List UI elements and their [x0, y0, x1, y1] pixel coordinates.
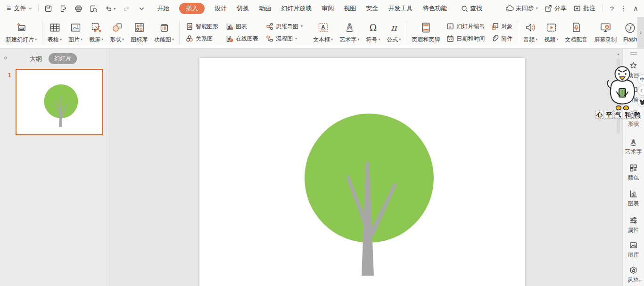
function-chart-button[interactable]: 功能图▾ [151, 20, 177, 46]
save-icon[interactable] [44, 5, 52, 13]
picture-button[interactable]: 图片▾ [66, 20, 85, 46]
sidebar-item-properties[interactable]: 属性 [628, 216, 639, 234]
textbox-icon: A [317, 22, 329, 33]
sidebar-item-gallery[interactable]: 图库 [628, 241, 639, 259]
help-button[interactable]: ? [610, 5, 614, 13]
caret-icon: ▾ [122, 38, 124, 41]
tab-view[interactable]: 视图 [344, 4, 356, 13]
sidebar-more-button[interactable]: ▼ [627, 279, 630, 282]
object-button[interactable]: 对象 [491, 23, 512, 31]
icon-library-button[interactable]: 图标库 [128, 20, 150, 46]
hyperlink-icon [623, 22, 635, 33]
tab-home[interactable]: 开始 [157, 4, 169, 13]
sidebar-item-wordart[interactable]: A 艺术字 [625, 138, 642, 156]
shapes-button[interactable]: 形状▾ [107, 20, 127, 46]
search-button[interactable]: 查找 [461, 4, 482, 13]
hamburger-menu-icon[interactable]: ≡ [7, 4, 11, 13]
ribbon-divider [179, 21, 180, 44]
chart-button[interactable]: 图表 [226, 23, 258, 31]
new-slide-button[interactable]: 新建幻灯片▾ [3, 20, 40, 46]
ribbon-group-new-slide: 新建幻灯片▾ [3, 20, 40, 46]
table-label: 表格 [48, 36, 59, 44]
edge-button-moon-icon[interactable]: ☾ [637, 86, 644, 96]
share-button[interactable]: 分享 [544, 4, 567, 13]
caption-char: 气 [614, 111, 622, 119]
undo-icon[interactable] [105, 5, 113, 13]
comment-button[interactable]: 批注 [573, 4, 595, 13]
video-button[interactable]: 视频▾ [541, 20, 561, 46]
thumbnail-tree-graphic [17, 70, 102, 134]
tab-security[interactable]: 安全 [366, 4, 378, 13]
tab-outline[interactable]: 大纲 [30, 55, 42, 63]
object-label: 对象 [501, 23, 512, 31]
relation-diagram-button[interactable]: 关系图 [186, 35, 218, 43]
caption-char: 心 [595, 111, 603, 119]
slide-canvas[interactable] [199, 58, 525, 286]
scroll-up-arrow[interactable]: ▲ [615, 49, 621, 56]
textbox-button[interactable]: A 文本框▾ [310, 20, 336, 46]
svg-text:A: A [321, 24, 325, 30]
edge-button-center[interactable]: 中 [637, 74, 644, 84]
symbol-button[interactable]: Ω 符号▾ [363, 20, 383, 46]
function-chart-label: 功能图 [154, 36, 171, 44]
tab-transition[interactable]: 切换 [237, 4, 249, 13]
chart-label: 图表 [236, 23, 247, 31]
header-footer-button[interactable]: 页眉和页脚 [409, 20, 443, 46]
svg-text:A: A [631, 139, 636, 145]
attachment-button[interactable]: 附件 [491, 35, 512, 43]
tab-animation[interactable]: 动画 [259, 4, 271, 13]
ribbon-group-text: A 文本框▾ A 艺术字▾ Ω 符号▾ π 公式▾ [310, 20, 404, 46]
file-menu-button[interactable]: 文件 [14, 4, 26, 13]
titlebar: ≡ 文件 ▾ 开始 插入 设计 切换 动画 幻灯片放映 审阅 视图 安全 [0, 0, 644, 17]
customize-toolbar-chevron-icon[interactable] [138, 5, 146, 13]
duck-illustration [603, 65, 641, 112]
formula-button[interactable]: π 公式▾ [384, 20, 404, 46]
voice-over-button[interactable]: 文档配音 [562, 20, 590, 46]
slide-thumbnail-1[interactable] [16, 69, 103, 135]
wordart-button[interactable]: A 艺术字▾ [337, 20, 362, 46]
sidebar-handle[interactable] [630, 52, 637, 55]
print-preview-icon[interactable] [90, 5, 98, 13]
wordart-icon: A [629, 138, 638, 147]
screenshot-button[interactable]: 截屏▾ [86, 20, 106, 46]
sidebar-label: 形状 [628, 120, 639, 128]
ribbon-expand-strip[interactable]: › [637, 17, 644, 48]
tab-review[interactable]: 审阅 [322, 4, 334, 13]
header-footer-icon [420, 22, 432, 33]
mindmap-button[interactable]: 思维导图▾ [266, 23, 303, 31]
svg-text:π: π [391, 22, 398, 32]
tab-slideshow[interactable]: 幻灯片放映 [281, 4, 312, 13]
export-icon[interactable] [59, 5, 67, 13]
table-button[interactable]: 表格▾ [45, 20, 65, 46]
audio-button[interactable]: 音频▾ [520, 20, 540, 46]
caption-char: 平 [605, 111, 613, 119]
edge-button-mickey-icon[interactable] [637, 97, 644, 107]
wordart-label: 艺术字 [339, 36, 356, 44]
print-icon[interactable] [74, 5, 83, 13]
online-chart-button[interactable]: 在线图表 [226, 35, 258, 43]
datetime-button[interactable]: 日期和时间 [446, 35, 485, 43]
sidebar-item-colors[interactable]: 颜色 [628, 163, 639, 182]
file-menu-chevron-icon[interactable] [28, 6, 33, 11]
sync-status-button[interactable]: 未同步 ▾ [505, 4, 538, 13]
search-label: 查找 [470, 4, 482, 13]
collapse-panel-button[interactable]: « [4, 54, 8, 61]
relation-diagram-icon [186, 35, 193, 42]
online-chart-icon [226, 35, 233, 42]
tab-insert[interactable]: 插入 [179, 3, 205, 14]
undo-dropdown-caret[interactable]: ▾ [114, 7, 116, 11]
screen-record-button[interactable]: 屏幕录制 [591, 20, 619, 46]
tab-devtools[interactable]: 开发工具 [388, 4, 413, 13]
tab-special-features[interactable]: 特色功能 [422, 4, 447, 13]
smart-graphic-button[interactable]: 智能图形 [186, 23, 218, 31]
caret-icon: ▾ [556, 38, 558, 41]
flowchart-button[interactable]: 流程图▾ [266, 35, 303, 43]
sidebar-item-chart[interactable]: 图表 [628, 189, 639, 208]
tab-slides[interactable]: 幻灯片 [49, 53, 77, 64]
slide-number-button[interactable]: # 幻灯片编号 [446, 23, 485, 31]
more-options-button[interactable]: ⋮ [620, 4, 627, 13]
new-slide-icon [16, 22, 27, 33]
slide-thumbnail-number: 1 [8, 72, 11, 79]
collapse-ribbon-button[interactable]: ∧ [633, 4, 638, 13]
tab-design[interactable]: 设计 [215, 4, 227, 13]
